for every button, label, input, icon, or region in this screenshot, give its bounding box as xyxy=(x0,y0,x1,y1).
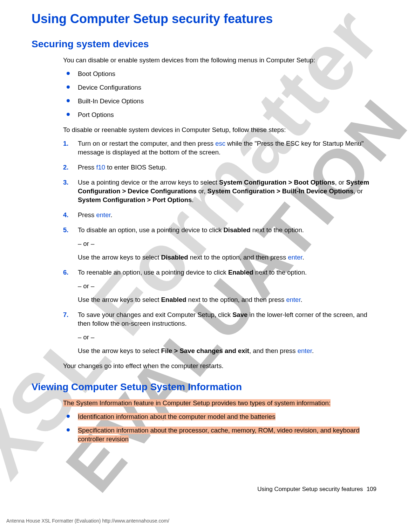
step-text: Turn on or restart the computer, and the… xyxy=(78,140,215,147)
step-text: to enter BIOS Setup. xyxy=(105,164,167,171)
section-heading-securing: Securing system devices xyxy=(32,37,376,51)
intro-paragraph: You can disable or enable system devices… xyxy=(63,56,376,65)
or-separator: – or – xyxy=(78,333,376,342)
footer-right: Using Computer Setup security features10… xyxy=(257,485,376,493)
highlighted-text: Specification information about the proc… xyxy=(78,427,360,443)
step-alt: Use the arrow keys to select Enabled nex… xyxy=(78,296,376,304)
bold-text: Save xyxy=(232,311,247,318)
viewing-intro: The System Information feature in Comput… xyxy=(63,399,376,408)
step-text: To reenable an option, use a pointing de… xyxy=(78,269,228,276)
step-text: , or xyxy=(335,179,346,186)
step-1: Turn on or restart the computer, and the… xyxy=(63,139,376,157)
bold-text: Disabled xyxy=(223,226,250,234)
highlighted-text: Identification information about the com… xyxy=(78,413,276,420)
step-text: . xyxy=(302,254,304,261)
step-alt: Use the arrow keys to select Disabled ne… xyxy=(78,253,376,262)
bold-text: System Configuration > Built-In Device O… xyxy=(208,187,354,195)
bold-text: Disabled xyxy=(161,254,188,261)
step-text: . xyxy=(312,347,314,354)
step-5: To disable an option, use a pointing dev… xyxy=(63,226,376,262)
bold-text: System Configuration > Port Options xyxy=(78,196,192,203)
step-text: or, xyxy=(197,187,208,195)
step-text: To save your changes and exit Computer S… xyxy=(78,311,232,318)
step-text: Use a pointing device or the arrow keys … xyxy=(78,179,219,186)
step-text: To disable an option, use a pointing dev… xyxy=(78,226,223,234)
step-text: next to the option. xyxy=(251,226,304,234)
step-text: , or xyxy=(353,187,363,195)
step-text: next to the option, and then press xyxy=(188,254,288,261)
highlighted-text: The System Information feature in Comput… xyxy=(63,399,331,407)
menu-bullets: Boot Options Device Configurations Built… xyxy=(63,70,376,119)
outro-paragraph: Your changes go into effect when the com… xyxy=(63,362,376,371)
step-text: . xyxy=(301,296,302,303)
step-text: Press xyxy=(78,211,96,219)
kbd-esc: esc xyxy=(215,140,225,147)
step-text: , and then press xyxy=(249,347,298,354)
step-2: Press f10 to enter BIOS Setup. xyxy=(63,163,376,172)
step-text: next to the option. xyxy=(253,269,307,276)
bold-text: Enabled xyxy=(228,269,253,276)
list-item: Specification information about the proc… xyxy=(63,426,376,444)
steps-list: Turn on or restart the computer, and the… xyxy=(63,139,376,355)
kbd-enter: enter xyxy=(286,296,300,303)
list-item: Identification information about the com… xyxy=(63,413,376,421)
page-content: Using Computer Setup security features S… xyxy=(32,11,376,444)
footer-left: Antenna House XSL Formatter (Evaluation)… xyxy=(6,518,169,524)
step-text: . xyxy=(111,211,113,219)
kbd-enter: enter xyxy=(298,347,312,354)
kbd-f10: f10 xyxy=(96,164,105,171)
kbd-enter: enter xyxy=(288,254,302,261)
or-separator: – or – xyxy=(78,282,376,291)
step-3: Use a pointing device or the arrow keys … xyxy=(63,178,376,205)
list-item: Port Options xyxy=(63,111,376,119)
or-separator: – or – xyxy=(78,240,376,248)
section-body-viewing: The System Information feature in Comput… xyxy=(63,399,376,444)
step-text: Press xyxy=(78,164,96,171)
step-7: To save your changes and exit Computer S… xyxy=(63,311,376,355)
kbd-enter: enter xyxy=(96,211,110,219)
list-item: Boot Options xyxy=(63,70,376,78)
bold-text: Enabled xyxy=(161,296,186,303)
step-text: Use the arrow keys to select xyxy=(78,296,161,303)
step-text: next to the option, and then press xyxy=(186,296,286,303)
steps-intro: To disable or reenable system devices in… xyxy=(63,126,376,134)
info-bullets: Identification information about the com… xyxy=(63,413,376,444)
bold-text: File > Save changes and exit xyxy=(161,347,249,354)
list-item: Device Configurations xyxy=(63,83,376,92)
section-heading-viewing: Viewing Computer Setup System Informatio… xyxy=(32,380,376,394)
step-6: To reenable an option, use a pointing de… xyxy=(63,268,376,304)
step-text: Use the arrow keys to select xyxy=(78,254,161,261)
page-title: Using Computer Setup security features xyxy=(32,11,376,28)
section-body-securing: You can disable or enable system devices… xyxy=(63,56,376,370)
step-alt: Use the arrow keys to select File > Save… xyxy=(78,347,376,355)
step-text: . xyxy=(192,196,193,203)
step-text: Use the arrow keys to select xyxy=(78,347,161,354)
bold-text: System Configuration > Boot Options xyxy=(219,179,335,186)
footer-title: Using Computer Setup security features xyxy=(257,486,363,492)
list-item: Built-In Device Options xyxy=(63,97,376,106)
page-number: 109 xyxy=(367,486,376,492)
step-4: Press enter. xyxy=(63,211,376,220)
